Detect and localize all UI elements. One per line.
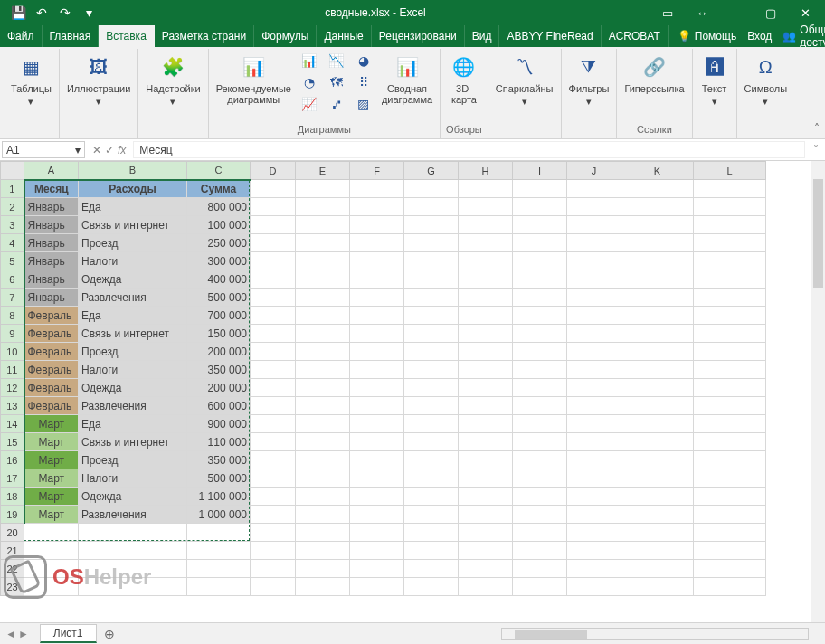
cell[interactable] [251,469,296,488]
close-icon[interactable]: ✕ [789,2,821,24]
cell[interactable] [567,343,621,361]
cell[interactable] [296,451,350,469]
enter-icon[interactable]: ✓ [105,144,114,156]
cell[interactable]: Развлечения [79,506,187,524]
cell[interactable] [24,542,79,560]
cell[interactable] [404,198,459,216]
symbols-button[interactable]: Ω Символы ▾ [743,51,790,109]
cell[interactable]: Еда [79,415,187,433]
cell[interactable] [513,180,567,198]
spreadsheet-grid[interactable]: ABCDEFGHIJKL1МесяцРасходыСумма2ЯнварьЕда… [0,161,766,596]
tab-вставка[interactable]: Вставка [99,25,155,47]
cell[interactable]: Налоги [79,252,187,270]
cell[interactable] [621,361,694,379]
col-header-B[interactable]: B [79,162,187,180]
col-header-H[interactable]: H [459,162,513,180]
save-icon[interactable]: 💾 [7,2,29,24]
recommended-charts-button[interactable]: 📊 Рекомендуемые диаграммы [214,51,293,107]
cell[interactable] [694,307,766,325]
cell[interactable] [296,180,350,198]
cell[interactable] [694,234,766,252]
cell[interactable] [459,343,513,361]
row-header[interactable]: 3 [1,216,24,234]
col-header-E[interactable]: E [296,162,350,180]
cell[interactable]: Январь [24,252,79,270]
col-header-J[interactable]: J [567,162,621,180]
cell[interactable] [621,451,694,469]
statistic-chart-icon[interactable]: 📈 [299,94,320,114]
row-header[interactable]: 5 [1,252,24,270]
cell[interactable] [621,343,694,361]
cell[interactable] [459,216,513,234]
cell[interactable] [513,451,567,469]
cell[interactable] [459,524,513,542]
cell[interactable] [694,506,766,524]
cell[interactable] [567,524,621,542]
cell[interactable] [296,560,350,578]
cell[interactable] [251,451,296,469]
cell[interactable] [459,397,513,415]
row-header[interactable]: 10 [1,343,24,361]
row-header[interactable]: 8 [1,307,24,325]
cell[interactable] [404,488,459,506]
cell[interactable] [251,506,296,524]
cell[interactable] [296,542,350,560]
tables-button[interactable]: ▦ Таблицы ▾ [9,51,53,109]
cell[interactable] [459,180,513,198]
cell[interactable] [694,216,766,234]
cell[interactable] [350,560,404,578]
cell[interactable] [513,252,567,270]
cell[interactable] [187,542,251,560]
cell[interactable] [513,270,567,289]
illustrations-button[interactable]: 🖼 Иллюстрации ▾ [65,51,132,109]
cell[interactable] [459,506,513,524]
cell[interactable] [296,343,350,361]
cell[interactable]: Расходы [79,180,187,198]
cell[interactable] [296,289,350,307]
cell[interactable]: Январь [24,289,79,307]
cell[interactable] [567,180,621,198]
cell[interactable] [513,289,567,307]
cell[interactable] [621,578,694,596]
cell[interactable] [251,578,296,596]
cell[interactable] [404,379,459,397]
col-header-G[interactable]: G [404,162,459,180]
cell[interactable] [404,578,459,596]
cell[interactable] [567,379,621,397]
collapse-ribbon-icon[interactable]: ˄ [814,122,820,135]
cell[interactable] [404,415,459,433]
row-header[interactable]: 6 [1,270,24,289]
cell[interactable] [621,469,694,488]
cell[interactable]: 200 000 [187,343,251,361]
col-header-L[interactable]: L [694,162,766,180]
cell[interactable] [350,252,404,270]
sign-in[interactable]: Вход [747,30,772,43]
cell[interactable]: Налоги [79,361,187,379]
cell[interactable] [567,488,621,506]
cell[interactable] [251,397,296,415]
cell[interactable] [350,469,404,488]
cell[interactable]: Январь [24,198,79,216]
cell[interactable] [296,433,350,451]
row-header[interactable]: 1 [1,180,24,198]
cell[interactable]: Связь и интернет [79,433,187,451]
cell[interactable] [404,216,459,234]
cell[interactable] [621,524,694,542]
cell[interactable] [404,524,459,542]
cell[interactable] [694,252,766,270]
cell[interactable] [513,506,567,524]
cell[interactable] [567,415,621,433]
cell[interactable] [350,433,404,451]
cell[interactable] [251,325,296,343]
cell[interactable] [404,451,459,469]
cell[interactable] [621,270,694,289]
cell[interactable]: Налоги [79,469,187,488]
cell[interactable] [350,397,404,415]
cell[interactable] [296,234,350,252]
sparklines-button[interactable]: 〽 Спарклайны ▾ [494,51,555,109]
cell[interactable] [24,524,79,542]
cell[interactable] [350,198,404,216]
cell[interactable] [459,198,513,216]
cell[interactable] [513,433,567,451]
cell[interactable] [350,325,404,343]
